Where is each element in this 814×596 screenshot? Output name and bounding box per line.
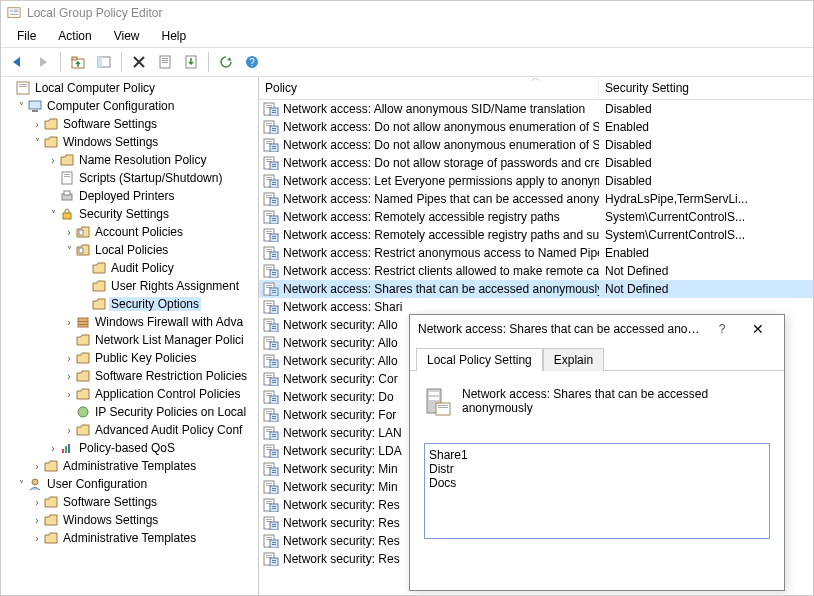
tree-name-resolution[interactable]: › Name Resolution Policy [1,151,258,169]
list-row[interactable]: Network access: Remotely accessible regi… [259,208,813,226]
tab-local-policy-setting[interactable]: Local Policy Setting [416,348,543,371]
chevron-down-icon[interactable]: ˅ [15,101,27,112]
menu-file[interactable]: File [7,27,46,45]
svg-rect-8 [98,57,102,67]
tree-computer-config[interactable]: ˅ Computer Configuration [1,97,258,115]
show-hide-tree-button[interactable] [92,50,116,74]
chevron-down-icon[interactable]: ˅ [15,479,27,490]
menu-action[interactable]: Action [48,27,101,45]
help-button[interactable]: ? [240,50,264,74]
computer-icon [27,99,43,113]
tree-user-config[interactable]: ˅ User Configuration [1,475,258,493]
properties-button[interactable] [153,50,177,74]
svg-rect-28 [79,248,83,253]
dialog-titlebar[interactable]: Network access: Shares that can be acces… [410,315,784,343]
tree-policy-qos[interactable]: › Policy-based QoS [1,439,258,457]
tree-ip-security[interactable]: IP Security Policies on Local [1,403,258,421]
tree-security-settings[interactable]: ˅ Security Settings [1,205,258,223]
list-row[interactable]: Network access: Do not allow anonymous e… [259,118,813,136]
shares-textarea[interactable]: Share1 Distr Docs [424,443,770,539]
tree-user-admin-templates[interactable]: › Administrative Templates [1,529,258,547]
chevron-down-icon[interactable]: ˅ [31,137,43,148]
svg-rect-98 [266,285,272,286]
list-row[interactable]: Network access: Allow anonymous SID/Name… [259,100,813,118]
policy-item-icon [263,120,279,134]
tree-label: Network List Manager Polici [93,333,246,347]
tree-windows-settings[interactable]: ˅ Windows Settings [1,133,258,151]
tree-local-policies[interactable]: ˅ Local Policies [1,241,258,259]
svg-rect-92 [266,267,272,268]
tree-software-settings[interactable]: › Software Settings [1,115,258,133]
svg-rect-56 [266,159,272,160]
chevron-down-icon[interactable]: ˅ [47,209,59,220]
column-header-policy[interactable]: Policy [259,77,599,99]
collapse-handle-icon[interactable]: ︿ [531,77,541,85]
dialog-close-button[interactable]: ✕ [740,321,776,337]
tree-advanced-audit[interactable]: › Advanced Audit Policy Conf [1,421,258,439]
svg-rect-182 [266,537,272,538]
tree-admin-templates[interactable]: › Administrative Templates [1,457,258,475]
tree-windows-firewall[interactable]: › Windows Firewall with Adva [1,313,258,331]
chevron-right-icon[interactable]: › [31,497,43,508]
svg-rect-197 [438,405,448,406]
up-button[interactable] [66,50,90,74]
folder-icon [75,351,91,365]
chevron-right-icon[interactable]: › [63,353,75,364]
cell-setting: Disabled [599,156,813,170]
tree-label: Security Options [109,297,201,311]
svg-rect-42 [272,112,276,113]
policy-item-icon [263,426,279,440]
chevron-right-icon[interactable]: › [63,227,75,238]
tree-pane[interactable]: Local Computer Policy ˅ Computer Configu… [1,77,259,596]
refresh-button[interactable] [214,50,238,74]
tree-account-policies[interactable]: › Account Policies [1,223,258,241]
cell-policy: Network access: Restrict clients allowed… [259,264,599,278]
chevron-right-icon[interactable]: › [47,155,59,166]
chevron-right-icon[interactable]: › [47,443,59,454]
chevron-right-icon[interactable]: › [63,371,75,382]
tree-user-rights[interactable]: User Rights Assignment [1,277,258,295]
dialog-help-button[interactable]: ? [710,322,734,336]
tree-software-restriction[interactable]: › Software Restriction Policies [1,367,258,385]
tree-security-options[interactable]: Security Options [1,295,258,313]
forward-button[interactable] [31,50,55,74]
tree-app-control[interactable]: › Application Control Policies [1,385,258,403]
menu-view[interactable]: View [104,27,150,45]
tree-user-software[interactable]: › Software Settings [1,493,258,511]
column-header-setting[interactable]: Security Setting [599,77,813,99]
chevron-right-icon[interactable]: › [31,461,43,472]
chevron-right-icon[interactable]: › [31,515,43,526]
list-row[interactable]: Network access: Do not allow anonymous e… [259,136,813,154]
list-row[interactable]: Network access: Named Pipes that can be … [259,190,813,208]
tree-audit-policy[interactable]: Audit Policy [1,259,258,277]
list-row[interactable]: Network access: Restrict clients allowed… [259,262,813,280]
chevron-right-icon[interactable]: › [63,389,75,400]
list-row[interactable]: Network access: Do not allow storage of … [259,154,813,172]
export-button[interactable] [179,50,203,74]
svg-rect-132 [272,382,276,383]
tab-explain[interactable]: Explain [543,348,604,371]
chevron-right-icon[interactable]: › [31,533,43,544]
tree-root[interactable]: Local Computer Policy [1,79,258,97]
list-row[interactable]: Network access: Shares that can be acces… [259,280,813,298]
tree-public-key[interactable]: › Public Key Policies [1,349,258,367]
tree-deployed-printers[interactable]: Deployed Printers [1,187,258,205]
back-button[interactable] [5,50,29,74]
tree-network-list[interactable]: Network List Manager Polici [1,331,258,349]
delete-button[interactable] [127,50,151,74]
policy-item-icon [263,300,279,314]
chevron-right-icon[interactable]: › [63,317,75,328]
list-row[interactable]: Network access: Let Everyone permissions… [259,172,813,190]
list-row[interactable]: Network access: Restrict anonymous acces… [259,244,813,262]
menu-help[interactable]: Help [152,27,197,45]
chevron-right-icon[interactable]: › [31,119,43,130]
tree-label: Deployed Printers [77,189,176,203]
tree-user-windows[interactable]: › Windows Settings [1,511,258,529]
policy-item-icon [263,516,279,530]
chevron-right-icon[interactable]: › [63,425,75,436]
tree-scripts[interactable]: Scripts (Startup/Shutdown) [1,169,258,187]
dialog-title-text: Network access: Shares that can be acces… [418,322,704,336]
list-row[interactable]: Network access: Remotely accessible regi… [259,226,813,244]
svg-rect-59 [272,164,276,165]
chevron-down-icon[interactable]: ˅ [63,245,75,256]
